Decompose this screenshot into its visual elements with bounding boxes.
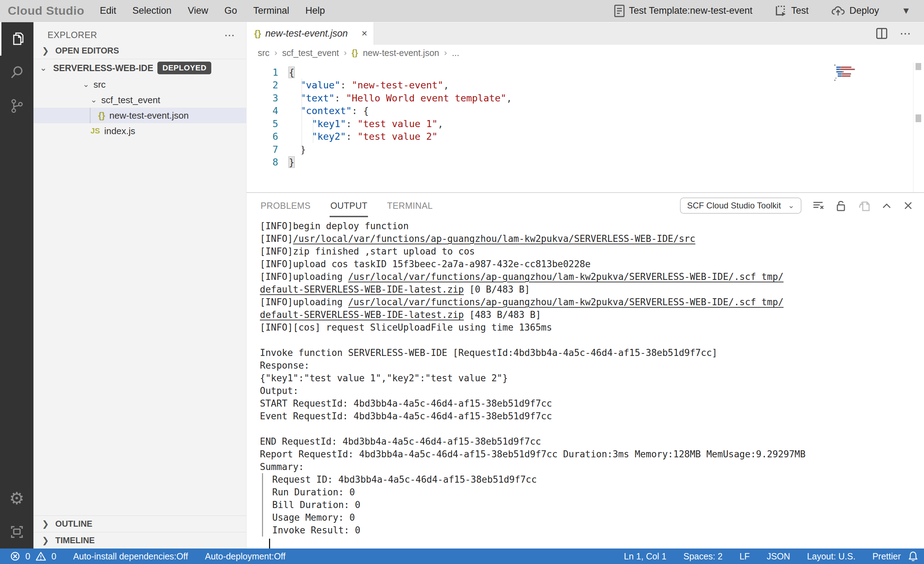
output-line [260,537,924,549]
status-item[interactable]: Auto-install dependencies:Off [73,551,188,561]
files-icon [9,31,25,47]
timeline-label: TIMELINE [55,536,95,545]
text-cursor [269,538,270,549]
output-path-link[interactable]: /usr/local/var/functions/ap-guangzhou/la… [348,297,783,308]
output-line: [INFO]/usr/local/var/functions/ap-guangz… [260,232,924,245]
code-line: 5 "key1": "test value 1", [246,117,924,130]
tree-item-src[interactable]: ⌄src [33,77,246,92]
line-number: 6 [246,131,278,142]
indent-guide [313,117,314,143]
activity-explorer-button[interactable] [0,22,33,56]
search-icon [9,64,25,81]
panel-tab-terminal[interactable]: TERMINAL [386,194,434,217]
menu-selection[interactable]: Selection [132,5,171,16]
deployed-badge: DEPLOYED [158,62,211,74]
breadcrumb-separator-icon: › [344,48,347,58]
open-editors-section[interactable]: ❯ OPEN EDITORS [33,43,246,59]
scrollbar-thumb[interactable] [915,63,921,70]
menu-go[interactable]: Go [224,5,237,16]
tab-new-test-event[interactable]: {} new-test-event.json × [246,22,374,45]
status-item[interactable]: Prettier [872,551,901,561]
output-line: [INFO]begin deploy function [260,220,924,232]
output-line: Run Duration: 0 [262,486,924,498]
output-line: Invoke Result: 0 [262,524,924,537]
breadcrumb-item[interactable]: src [258,48,269,58]
output-line: Bill Duration: 0 [262,498,924,511]
panel-tab-problems[interactable]: PROBLEMS [260,194,311,217]
scrollbar-thumb[interactable] [915,114,921,122]
menu-edit[interactable]: Edit [100,5,117,16]
problems-indicator[interactable]: 0 0 [10,551,56,561]
json-file-icon: {} [352,48,358,58]
output-line: START RequestId: 4bd3bb4a-4a5c-46d4-af15… [260,397,924,410]
clear-output-icon[interactable] [812,200,825,212]
title-bar: Cloud Studio EditSelectionViewGoTerminal… [0,0,924,22]
panel-tabs: PROBLEMSOUTPUTTERMINAL [260,194,434,217]
status-item[interactable]: Layout: U.S. [807,551,856,561]
maximize-panel-icon[interactable] [881,201,892,210]
output-path-link[interactable]: default-SERVERLESS-WEB-IDE-latest.zip [260,309,464,320]
code-line: 4 "context": { [246,105,924,118]
line-number: 8 [246,157,278,168]
js-file-icon: JS [90,126,100,135]
unlock-icon[interactable] [835,199,847,212]
status-item[interactable]: Auto-deployment:Off [205,551,286,561]
panel-tab-output[interactable]: OUTPUT [330,194,368,217]
output-path-link[interactable]: /usr/local/var/functions/ap-guangzhou/la… [293,233,696,244]
code-line: 2 "value": "new-test-event", [246,79,924,92]
close-panel-icon[interactable] [903,200,914,211]
error-icon [10,551,20,561]
breadcrumb-item[interactable]: ... [452,48,459,58]
output-channel-value: SCF Cloud Studio Toolkit [687,201,781,210]
code-line: 1{ [246,66,924,79]
menu-terminal[interactable]: Terminal [253,5,289,16]
test-template-selector[interactable]: Test Template:new-test-event [614,4,753,17]
status-item[interactable]: Spaces: 2 [684,551,723,561]
explorer-more-actions-icon[interactable]: ⋯ [224,29,236,41]
activity-bar: ⚙ [0,22,33,549]
status-item[interactable]: LF [740,551,750,561]
breadcrumb-item[interactable]: scf_test_event [282,48,339,58]
explorer-sidebar: EXPLORER ⋯ ❯ OPEN EDITORS ⌄ SERVERLESS-W… [33,22,246,549]
breadcrumb-item[interactable]: new-test-event.json [363,48,439,58]
tree-item-new-test-event.json[interactable]: {}new-test-event.json [33,108,246,123]
warning-count: 0 [51,551,56,561]
file-tree: ⌄src⌄scf_test_event{}new-test-event.json… [33,77,246,139]
menu-help[interactable]: Help [305,5,325,16]
code-line: 6 "key2": "test value 2" [246,130,924,143]
outline-section[interactable]: ❯ OUTLINE [33,515,246,532]
output-path-link[interactable]: /usr/local/var/functions/ap-guangzhou/la… [348,272,783,282]
activity-search-button[interactable] [0,56,33,89]
deploy-button[interactable]: Deploy [831,5,879,17]
test-button[interactable]: Test [775,5,809,17]
activity-settings-button[interactable]: ⚙ [0,482,33,515]
output-line: [INFO]uploading /usr/local/var/functions… [260,270,924,283]
timeline-section[interactable]: ❯ TIMELINE [33,532,246,549]
tab-close-icon[interactable]: × [362,28,367,39]
code-line: 7 } [246,143,924,156]
project-section[interactable]: ⌄ SERVERLESS-WEB-IDE DEPLOYED [33,59,246,77]
status-item[interactable]: JSON [766,551,790,561]
editor-more-actions-icon[interactable]: ⋯ [900,27,912,40]
breadcrumb-separator-icon: › [444,48,447,58]
output-path-link[interactable]: default-SERVERLESS-WEB-IDE-latest.zip [260,284,464,295]
menu-view[interactable]: View [188,5,208,16]
output-line: {"key1":"test value 1","key2":"test valu… [260,372,924,384]
activity-screencast-button[interactable] [0,515,33,549]
code-line: 3 "text": "Hello World event template", [246,92,924,105]
open-in-editor-icon[interactable] [858,199,870,212]
split-editor-icon[interactable] [876,27,888,39]
tree-item-index.js[interactable]: JSindex.js [33,123,246,139]
output-line: Response: [260,359,924,372]
output-line: END RequestId: 4bd3bb4a-4a5c-46d4-af15-3… [260,435,924,448]
output-channel-select[interactable]: SCF Cloud Studio Toolkit ⌄ [680,198,801,214]
code-editor[interactable]: 1{2 "value": "new-test-event",3 "text": … [246,61,924,192]
activity-source-control-button[interactable] [0,89,33,123]
output-log[interactable]: [INFO]begin deploy function[INFO]/usr/lo… [246,218,924,549]
chevron-right-icon: ❯ [42,536,50,545]
more-actions-caret-icon[interactable]: ▼ [902,5,910,16]
notifications-bell-icon[interactable] [908,550,918,562]
tree-item-scf_test_event[interactable]: ⌄scf_test_event [33,92,246,108]
minimap[interactable] [834,64,855,82]
status-item[interactable]: Ln 1, Col 1 [624,551,667,561]
